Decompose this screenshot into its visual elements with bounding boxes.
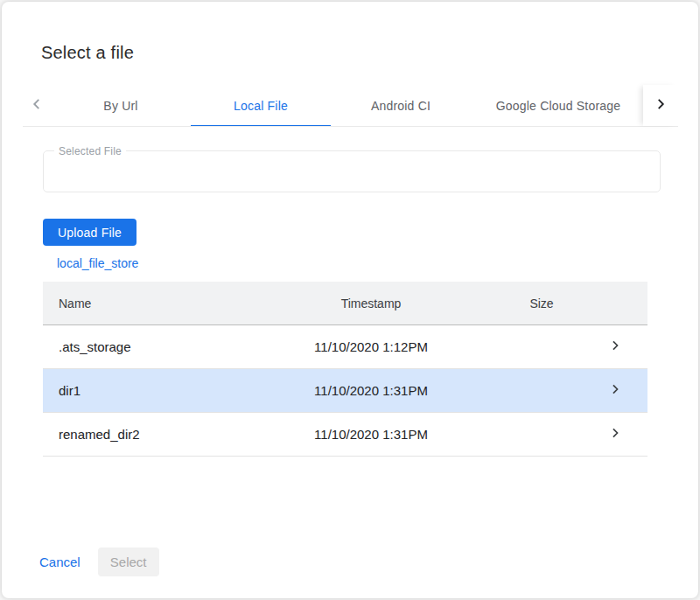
chevron-left-icon xyxy=(27,94,46,117)
file-name: .ats_storage xyxy=(43,339,262,354)
select-button[interactable]: Select xyxy=(98,548,159,576)
table-row[interactable]: dir1 11/10/2020 1:31PM xyxy=(43,369,648,413)
file-timestamp: 11/10/2020 1:31PM xyxy=(262,383,480,398)
table-row[interactable]: renamed_dir2 11/10/2020 1:31PM xyxy=(43,413,648,457)
selected-file-field: Selected File xyxy=(43,150,661,192)
tabs-scroll-right-button[interactable] xyxy=(643,85,678,126)
chevron-right-icon xyxy=(651,94,670,117)
tab-android-ci[interactable]: Android CI xyxy=(331,85,471,126)
file-timestamp: 11/10/2020 1:31PM xyxy=(262,427,480,442)
column-header-timestamp: Timestamp xyxy=(262,297,480,310)
file-name: dir1 xyxy=(43,383,262,398)
page-title: Select a file xyxy=(41,43,134,63)
selected-file-input[interactable] xyxy=(44,151,660,192)
dialog-actions: Cancel Select xyxy=(32,548,159,576)
file-timestamp: 11/10/2020 1:12PM xyxy=(262,339,480,354)
column-header-size: Size xyxy=(480,297,603,310)
tab-local-file[interactable]: Local File xyxy=(191,85,331,126)
chevron-right-icon xyxy=(603,380,624,401)
tab-label: Google Cloud Storage xyxy=(496,99,621,113)
open-directory-button[interactable] xyxy=(603,424,648,444)
file-table: Name Timestamp Size .ats_storage 11/10/2… xyxy=(43,282,648,457)
tab-label: Android CI xyxy=(371,99,430,113)
table-row[interactable]: .ats_storage 11/10/2020 1:12PM xyxy=(43,325,648,369)
cancel-button[interactable]: Cancel xyxy=(32,549,88,575)
column-header-name: Name xyxy=(43,297,262,310)
open-directory-button[interactable] xyxy=(603,337,648,357)
chevron-right-icon xyxy=(603,424,624,444)
file-name: renamed_dir2 xyxy=(43,427,262,442)
tab-label: By Url xyxy=(103,99,137,113)
select-file-dialog: Select a file By Url Local File Android … xyxy=(2,2,698,598)
tab-label: Local File xyxy=(234,99,288,113)
tab-bar: By Url Local File Android CI Google Clou… xyxy=(23,85,678,127)
upload-file-button[interactable]: Upload File xyxy=(43,219,136,246)
chevron-right-icon xyxy=(603,337,624,357)
tab-by-url[interactable]: By Url xyxy=(51,85,191,126)
tab-google-cloud-storage[interactable]: Google Cloud Storage xyxy=(471,85,643,126)
table-header-row: Name Timestamp Size xyxy=(43,282,648,325)
tabs-scroll-left-button[interactable] xyxy=(23,85,51,126)
selected-file-label: Selected File xyxy=(54,145,126,157)
breadcrumb[interactable]: local_file_store xyxy=(57,256,138,270)
open-directory-button[interactable] xyxy=(603,380,648,401)
tab-list: By Url Local File Android CI Google Clou… xyxy=(51,85,643,126)
